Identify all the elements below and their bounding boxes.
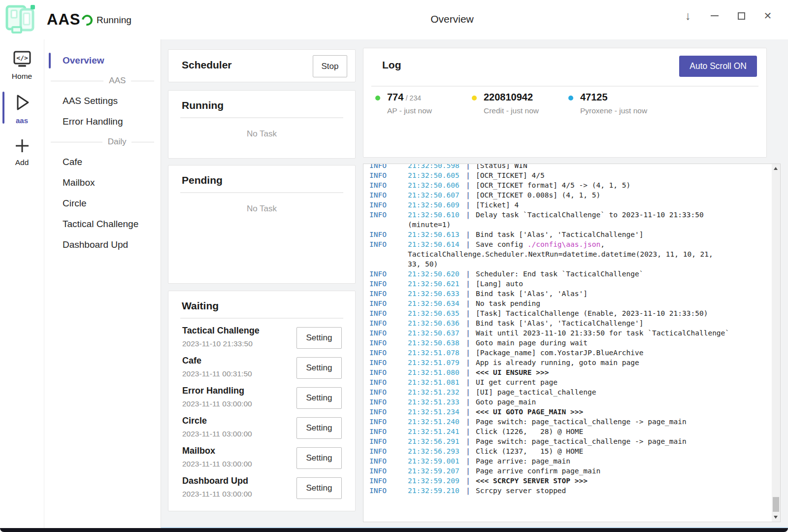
stat-value: 47125	[580, 92, 608, 102]
dashboard-stats: 774 / 234 AP - just now 220810942 Credit…	[375, 92, 665, 115]
waiting-task-row: Cafe 2023-11-11 00:31:50 Setting	[168, 353, 355, 383]
log-level: INFO	[369, 170, 408, 180]
stat-dot-icon	[375, 96, 380, 100]
log-timestamp: 21:32:50.621	[408, 279, 466, 289]
log-level: INFO	[369, 318, 408, 328]
log-message: [OCR_TICKET format] 4/5 -> (4, 1, 5)	[476, 180, 630, 190]
log-timestamp: 21:32:50.636	[408, 318, 466, 328]
setting-button[interactable]: Setting	[296, 387, 342, 409]
running-empty-text: No Task	[168, 129, 355, 139]
icon-rail: </> Home aas Add	[0, 39, 44, 528]
log-level: INFO	[369, 210, 408, 220]
minimize-button[interactable]	[701, 4, 728, 28]
log-title: Log	[382, 59, 401, 71]
divider	[180, 192, 343, 193]
nav-item-tactical-challenge[interactable]: Tactical Challenge	[44, 214, 161, 234]
nav-item-aas-settings[interactable]: AAS Settings	[44, 91, 161, 111]
log-message: <<< UI ENSURE >>>	[476, 367, 549, 377]
log-level: INFO	[369, 476, 408, 486]
log-line: INFO21:32:50.609|[Ticket] 4	[363, 200, 772, 210]
stop-button[interactable]: Stop	[313, 55, 347, 77]
scrollbar-up-icon[interactable]	[774, 167, 778, 170]
log-console[interactable]: INFO21:32:50.598|[Status] WININFO21:32:5…	[363, 164, 781, 522]
setting-button[interactable]: Setting	[296, 357, 342, 379]
auto-scroll-button[interactable]: Auto Scroll ON	[679, 56, 757, 77]
divider-line	[51, 81, 103, 81]
close-button[interactable]: ✕	[755, 4, 781, 28]
stat-dot-icon	[472, 96, 477, 100]
log-message: App is already running, goto main page	[476, 358, 639, 367]
log-line: INFO21:32:50.614|Save config ./config\aa…	[363, 239, 772, 249]
setting-button[interactable]: Setting	[296, 477, 342, 499]
log-line: INFO21:32:50.607|[OCR_TICKET 0.008s] (4,…	[363, 190, 772, 200]
log-timestamp: 21:32:50.614	[408, 239, 466, 249]
plus-icon	[14, 137, 31, 156]
log-level: INFO	[369, 164, 408, 170]
rail-item-add[interactable]: Add	[0, 133, 44, 167]
log-level: INFO	[369, 446, 408, 456]
log-message: <<< UI GOTO PAGE_MAIN >>>	[476, 407, 583, 417]
log-timestamp: 21:32:50.613	[408, 230, 466, 239]
log-timestamp: 21:32:56.293	[408, 446, 466, 456]
log-level: INFO	[369, 190, 408, 200]
log-line: INFO21:32:56.291|Page switch: page_tacti…	[363, 436, 772, 446]
app-window: AAS Running Overview ↓ ✕ </> Home	[0, 0, 788, 532]
arrow-down-button[interactable]: ↓	[675, 4, 701, 28]
log-level: INFO	[369, 486, 408, 496]
nav-item-error-handling[interactable]: Error Handling	[44, 111, 161, 132]
running-title: Running	[182, 100, 355, 111]
stat-label: Credit - just now	[484, 106, 539, 115]
log-message: Scheduler: End task `TacticalChallenge`	[476, 269, 643, 279]
nav-item-label: Overview	[63, 55, 104, 66]
svg-text:</>: </>	[16, 54, 28, 62]
nav-item-circle[interactable]: Circle	[44, 193, 161, 214]
log-level: INFO	[369, 436, 408, 446]
pending-card: Pending No Task	[168, 165, 356, 284]
log-message: Scrcpy server stopped	[476, 486, 566, 496]
setting-button[interactable]: Setting	[296, 327, 342, 349]
log-line: INFO21:32:50.620|Scheduler: End task `Ta…	[363, 269, 772, 279]
nav-section-label: Daily	[108, 137, 127, 147]
home-icon: </>	[13, 50, 32, 70]
scheduler-title: Scheduler	[182, 59, 232, 71]
nav-item-mailbox[interactable]: Mailbox	[44, 172, 161, 193]
log-level: INFO	[369, 397, 408, 407]
nav-item-overview[interactable]: Overview	[44, 50, 161, 71]
stat-value: 220810942	[484, 92, 533, 102]
log-level: INFO	[369, 358, 408, 367]
log-message: Page arrive confirm page_main	[476, 466, 600, 476]
divider-line	[131, 142, 154, 142]
log-level: INFO	[369, 328, 408, 338]
log-line: INFO21:32:50.636|Bind task ['Alas', 'Tac…	[363, 318, 772, 328]
scrollbar-thumb[interactable]	[773, 497, 779, 512]
side-nav: Overview AAS AAS SettingsError Handling …	[44, 39, 161, 528]
log-message: [Lang] auto	[476, 279, 523, 289]
log-scrollbar[interactable]	[772, 164, 780, 522]
log-level: INFO	[369, 180, 408, 190]
log-line: INFO21:32:50.610|Delay task `TacticalCha…	[363, 210, 772, 220]
rail-item-home[interactable]: </> Home	[0, 46, 44, 81]
log-line: INFO21:32:59.207|Page arrive confirm pag…	[363, 466, 772, 476]
nav-section-divider: Daily	[44, 132, 161, 152]
nav-item-label: Dashboard Upd	[63, 239, 128, 250]
scrollbar-down-icon[interactable]	[774, 516, 778, 519]
nav-item-cafe[interactable]: Cafe	[44, 152, 161, 172]
log-level: INFO	[369, 299, 408, 308]
rail-item-aas[interactable]: aas	[0, 89, 44, 125]
rail-label-aas: aas	[16, 116, 28, 125]
dashboard-stat: 47125 Pyroxene - just now	[568, 92, 665, 115]
log-message: Bind task ['Alas', 'TacticalChallenge']	[476, 230, 643, 239]
log-line: INFO21:32:50.606|[OCR_TICKET format] 4/5…	[363, 180, 772, 190]
log-level: INFO	[369, 230, 408, 239]
setting-button[interactable]: Setting	[296, 447, 342, 469]
setting-button[interactable]: Setting	[296, 417, 342, 439]
app-name: AAS	[47, 11, 80, 29]
rail-label-home: Home	[12, 72, 32, 81]
maximize-button[interactable]	[728, 4, 755, 28]
log-message: [OCR_TICKET 0.008s] (4, 1, 5)	[476, 190, 600, 200]
nav-item-dashboard-upd[interactable]: Dashboard Upd	[44, 234, 161, 255]
log-card: Log Auto Scroll ON 774 / 234 AP - just n…	[363, 48, 767, 158]
log-timestamp: 21:32:50.610	[408, 210, 466, 220]
log-timestamp: 21:32:50.635	[408, 308, 466, 318]
log-message: Wait until 2023-11-10 21:33:50 for task …	[476, 328, 729, 338]
